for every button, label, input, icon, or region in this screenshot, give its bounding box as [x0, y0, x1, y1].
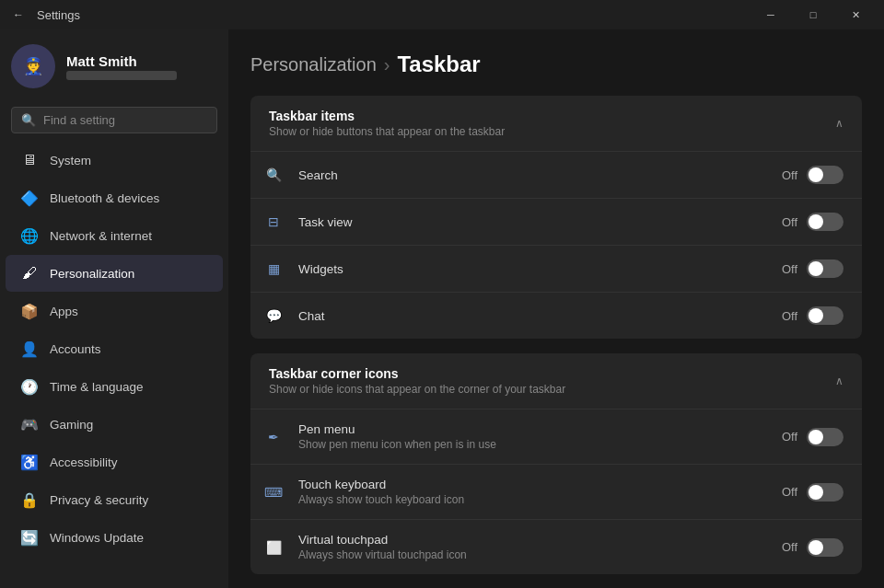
setting-name-chat: Chat — [298, 309, 325, 323]
close-button[interactable]: ✕ — [834, 0, 877, 29]
breadcrumb-current: Taskbar — [397, 52, 480, 77]
breadcrumb-separator: › — [384, 54, 390, 75]
nav-label-apps: Apps — [50, 305, 78, 318]
nav-label-network: Network & internet — [50, 229, 152, 243]
nav-label-windows-update: Windows Update — [50, 531, 144, 545]
sidebar-item-personalization[interactable]: 🖌 Personalization — [6, 255, 223, 292]
setting-status-widgets: Off — [782, 262, 797, 276]
section-taskbar-items: Taskbar items Show or hide buttons that … — [250, 96, 862, 339]
toggle-search[interactable] — [807, 166, 843, 184]
nav-icon-apps: 📦 — [20, 302, 39, 320]
setting-desc-virtual-touchpad: Always show virtual touchpad icon — [298, 548, 467, 561]
search-icon: 🔍 — [21, 113, 36, 127]
breadcrumb: Personalization › Taskbar — [250, 52, 862, 77]
content-area: Personalization › Taskbar Taskbar items … — [228, 29, 884, 588]
sections-container: Taskbar items Show or hide buttons that … — [250, 96, 862, 588]
sidebar-item-time[interactable]: 🕐 Time & language — [6, 368, 223, 405]
sidebar-item-accounts[interactable]: 👤 Accounts — [6, 330, 223, 367]
setting-icon-chat: 💬 — [263, 306, 284, 326]
toggle-chat[interactable] — [807, 306, 843, 325]
sidebar-item-accessibility[interactable]: ♿ Accessibility — [6, 444, 223, 480]
sidebar-item-privacy[interactable]: 🔒 Privacy & security — [6, 481, 223, 518]
setting-icon-touch-keyboard: ⌨ — [263, 482, 284, 502]
nav-icon-windows-update: 🔄 — [20, 528, 39, 547]
nav-icon-accounts: 👤 — [20, 340, 39, 358]
nav-label-accounts: Accounts — [50, 342, 101, 356]
setting-name-touch-keyboard: Touch keyboard — [298, 478, 464, 491]
search-box[interactable]: 🔍 — [11, 107, 217, 133]
main-layout: 👮 Matt Smith 🔍 🖥 System 🔷 Bluetooth & de… — [0, 29, 884, 588]
setting-desc-touch-keyboard: Always show touch keyboard icon — [298, 493, 464, 506]
setting-name-pen-menu: Pen menu — [298, 422, 496, 436]
section-chevron-taskbar-corner-icons: ∧ — [835, 375, 843, 387]
toggle-pen-menu[interactable] — [807, 428, 843, 446]
nav-label-accessibility: Accessibility — [50, 455, 118, 469]
nav-label-privacy: Privacy & security — [50, 493, 148, 507]
setting-icon-search: 🔍 — [263, 165, 284, 185]
nav-label-gaming: Gaming — [50, 418, 93, 432]
setting-status-search: Off — [782, 168, 797, 182]
user-name: Matt Smith — [66, 53, 177, 69]
nav-label-time: Time & language — [50, 380, 144, 394]
setting-icon-pen-menu: ✒ — [263, 427, 284, 447]
nav-label-personalization: Personalization — [50, 267, 134, 281]
setting-icon-widgets: ▦ — [263, 259, 284, 279]
app-title: Settings — [37, 8, 80, 22]
setting-search: 🔍 Search Off — [250, 151, 862, 198]
section-header-taskbar-items[interactable]: Taskbar items Show or hide buttons that … — [250, 96, 862, 151]
restore-button[interactable]: □ — [792, 0, 834, 29]
user-subtitle — [66, 71, 177, 80]
setting-name-task-view: Task view — [298, 215, 353, 229]
toggle-task-view[interactable] — [807, 213, 843, 231]
section-taskbar-corner-icons: Taskbar corner icons Show or hide icons … — [250, 353, 862, 574]
setting-chat: 💬 Chat Off — [250, 292, 862, 339]
sidebar-item-system[interactable]: 🖥 System — [6, 142, 223, 179]
setting-task-view: ⊟ Task view Off — [250, 198, 862, 245]
sidebar-item-apps[interactable]: 📦 Apps — [6, 293, 223, 329]
setting-name-virtual-touchpad: Virtual touchpad — [298, 533, 467, 547]
sidebar: 👮 Matt Smith 🔍 🖥 System 🔷 Bluetooth & de… — [0, 29, 228, 588]
setting-name-widgets: Widgets — [298, 262, 343, 276]
setting-status-chat: Off — [782, 309, 797, 323]
setting-widgets: ▦ Widgets Off — [250, 245, 862, 292]
setting-status-pen-menu: Off — [782, 430, 797, 444]
search-input[interactable] — [43, 113, 207, 127]
setting-virtual-touchpad: ⬜ Virtual touchpad Always show virtual t… — [250, 519, 862, 574]
window-controls: ─ □ ✕ — [750, 0, 877, 29]
sidebar-item-bluetooth[interactable]: 🔷 Bluetooth & devices — [6, 179, 223, 216]
user-info: Matt Smith — [66, 53, 177, 80]
minimize-button[interactable]: ─ — [750, 0, 792, 29]
section-title-taskbar-items: Taskbar items — [269, 109, 505, 123]
back-button[interactable]: ← — [7, 4, 29, 26]
nav-icon-accessibility: ♿ — [20, 453, 39, 471]
user-profile[interactable]: 👮 Matt Smith — [0, 29, 228, 103]
setting-name-search: Search — [298, 168, 338, 182]
sidebar-item-network[interactable]: 🌐 Network & internet — [6, 217, 223, 254]
nav-icon-system: 🖥 — [20, 151, 39, 169]
toggle-widgets[interactable] — [807, 259, 843, 278]
avatar: 👮 — [11, 44, 55, 88]
nav-icon-privacy: 🔒 — [20, 490, 39, 509]
setting-touch-keyboard: ⌨ Touch keyboard Always show touch keybo… — [250, 464, 862, 519]
section-subtitle-taskbar-corner-icons: Show or hide icons that appear on the co… — [269, 383, 565, 396]
setting-icon-virtual-touchpad: ⬜ — [263, 537, 284, 558]
sidebar-item-gaming[interactable]: 🎮 Gaming — [6, 406, 223, 443]
nav-icon-personalization: 🖌 — [20, 264, 39, 282]
section-chevron-taskbar-items: ∧ — [835, 117, 843, 130]
sidebar-item-windows-update[interactable]: 🔄 Windows Update — [6, 519, 223, 556]
title-bar: ← Settings ─ □ ✕ — [0, 0, 884, 29]
breadcrumb-parent[interactable]: Personalization — [250, 54, 377, 75]
setting-icon-task-view: ⊟ — [263, 212, 284, 232]
toggle-virtual-touchpad[interactable] — [807, 538, 843, 557]
setting-status-task-view: Off — [782, 215, 797, 229]
setting-status-touch-keyboard: Off — [782, 485, 797, 499]
title-bar-left: ← Settings — [7, 4, 80, 26]
nav-icon-network: 🌐 — [20, 226, 39, 245]
nav-list: 🖥 System 🔷 Bluetooth & devices 🌐 Network… — [0, 141, 228, 557]
nav-icon-time: 🕐 — [20, 377, 39, 396]
section-header-taskbar-corner-icons[interactable]: Taskbar corner icons Show or hide icons … — [250, 353, 862, 409]
nav-label-system: System — [50, 154, 91, 167]
nav-label-bluetooth: Bluetooth & devices — [50, 191, 159, 205]
toggle-touch-keyboard[interactable] — [807, 483, 843, 502]
section-subtitle-taskbar-items: Show or hide buttons that appear on the … — [269, 125, 505, 138]
